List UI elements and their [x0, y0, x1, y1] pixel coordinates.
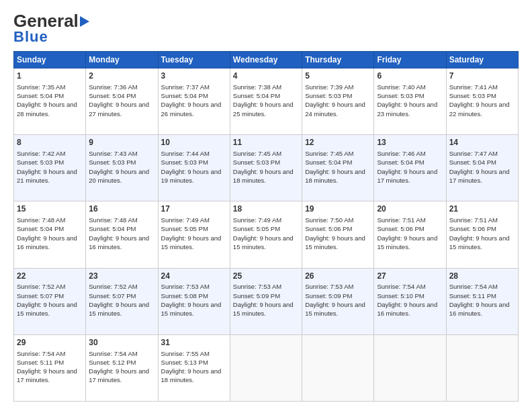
logo-blue-text: Blue: [13, 30, 89, 44]
calendar-cell: 12Sunrise: 7:45 AMSunset: 5:04 PMDayligh…: [302, 135, 374, 201]
day-number: 13: [377, 137, 443, 148]
day-number: 26: [305, 271, 371, 282]
sunrise-text: Sunrise: 7:51 AM: [449, 216, 515, 224]
day-number: 11: [233, 137, 299, 148]
daylight-text: Daylight: 9 hours and 27 minutes.: [89, 100, 154, 118]
day-number: 6: [377, 71, 443, 82]
sunrise-text: Sunrise: 7:46 AM: [377, 149, 443, 158]
calendar-week-row: 8Sunrise: 7:42 AMSunset: 5:03 PMDaylight…: [14, 135, 519, 201]
calendar-cell: 28Sunrise: 7:54 AMSunset: 5:11 PMDayligh…: [446, 268, 518, 334]
calendar-cell: 10Sunrise: 7:44 AMSunset: 5:03 PMDayligh…: [158, 135, 230, 201]
sunset-text: Sunset: 5:06 PM: [377, 224, 443, 233]
sunrise-text: Sunrise: 7:52 AM: [89, 282, 154, 291]
day-number: 8: [17, 137, 83, 148]
page: General Blue SundayMondayTuesdayWednesda…: [0, 0, 532, 411]
daylight-text: Daylight: 9 hours and 18 minutes.: [233, 167, 299, 185]
daylight-text: Daylight: 9 hours and 22 minutes.: [449, 100, 515, 118]
daylight-text: Daylight: 9 hours and 28 minutes.: [17, 100, 83, 118]
sunset-text: Sunset: 5:04 PM: [377, 158, 443, 167]
sunset-text: Sunset: 5:06 PM: [449, 224, 515, 233]
sunset-text: Sunset: 5:04 PM: [305, 158, 371, 167]
day-number: 18: [233, 203, 299, 215]
daylight-text: Daylight: 9 hours and 19 minutes.: [161, 167, 227, 185]
day-number: 21: [449, 203, 515, 215]
day-number: 12: [305, 137, 371, 148]
calendar-cell: 5Sunrise: 7:39 AMSunset: 5:03 PMDaylight…: [302, 68, 374, 135]
calendar-cell: 16Sunrise: 7:48 AMSunset: 5:04 PMDayligh…: [86, 201, 158, 268]
calendar-cell: 21Sunrise: 7:51 AMSunset: 5:06 PMDayligh…: [446, 201, 518, 268]
sunset-text: Sunset: 5:13 PM: [161, 358, 227, 367]
logo-arrow-icon: [80, 16, 89, 27]
daylight-text: Daylight: 9 hours and 15 minutes.: [377, 234, 443, 252]
day-number: 25: [233, 271, 299, 282]
daylight-text: Daylight: 9 hours and 18 minutes.: [161, 367, 227, 385]
calendar-cell: 19Sunrise: 7:50 AMSunset: 5:06 PMDayligh…: [302, 201, 374, 268]
weekday-header: Friday: [374, 52, 446, 68]
day-number: 27: [377, 271, 443, 282]
day-number: 10: [161, 137, 227, 148]
calendar-cell: 31Sunrise: 7:55 AMSunset: 5:13 PMDayligh…: [158, 334, 230, 401]
daylight-text: Daylight: 9 hours and 15 minutes.: [449, 234, 515, 252]
sunset-text: Sunset: 5:07 PM: [17, 291, 83, 300]
day-number: 31: [161, 337, 227, 349]
calendar-cell: 20Sunrise: 7:51 AMSunset: 5:06 PMDayligh…: [374, 201, 446, 268]
daylight-text: Daylight: 9 hours and 16 minutes.: [17, 234, 83, 252]
sunset-text: Sunset: 5:03 PM: [305, 91, 371, 100]
calendar-cell: 22Sunrise: 7:52 AMSunset: 5:07 PMDayligh…: [14, 268, 86, 334]
calendar-cell: 11Sunrise: 7:45 AMSunset: 5:03 PMDayligh…: [230, 135, 302, 201]
sunrise-text: Sunrise: 7:55 AM: [161, 349, 227, 358]
sunrise-text: Sunrise: 7:54 AM: [89, 349, 154, 358]
daylight-text: Daylight: 9 hours and 15 minutes.: [17, 300, 83, 318]
sunrise-text: Sunrise: 7:54 AM: [17, 349, 83, 358]
calendar-cell: 1Sunrise: 7:35 AMSunset: 5:04 PMDaylight…: [14, 68, 86, 135]
sunrise-text: Sunrise: 7:45 AM: [305, 149, 371, 158]
sunrise-text: Sunrise: 7:38 AM: [233, 83, 299, 91]
calendar-cell: 6Sunrise: 7:40 AMSunset: 5:03 PMDaylight…: [374, 68, 446, 135]
sunrise-text: Sunrise: 7:37 AM: [161, 83, 227, 91]
daylight-text: Daylight: 9 hours and 25 minutes.: [233, 100, 299, 118]
daylight-text: Daylight: 9 hours and 16 minutes.: [377, 300, 443, 318]
sunset-text: Sunset: 5:10 PM: [377, 291, 443, 300]
day-number: 30: [89, 337, 154, 349]
day-number: 14: [449, 137, 515, 148]
daylight-text: Daylight: 9 hours and 15 minutes.: [233, 300, 299, 318]
calendar-week-row: 22Sunrise: 7:52 AMSunset: 5:07 PMDayligh…: [14, 268, 519, 334]
sunset-text: Sunset: 5:04 PM: [89, 224, 154, 233]
calendar-week-row: 29Sunrise: 7:54 AMSunset: 5:11 PMDayligh…: [14, 334, 519, 401]
sunset-text: Sunset: 5:03 PM: [233, 158, 299, 167]
daylight-text: Daylight: 9 hours and 15 minutes.: [305, 300, 371, 318]
calendar-cell: 7Sunrise: 7:41 AMSunset: 5:03 PMDaylight…: [446, 68, 518, 135]
sunrise-text: Sunrise: 7:35 AM: [17, 83, 83, 91]
day-number: 15: [17, 203, 83, 215]
calendar-cell: 13Sunrise: 7:46 AMSunset: 5:04 PMDayligh…: [374, 135, 446, 201]
calendar-cell: 18Sunrise: 7:49 AMSunset: 5:05 PMDayligh…: [230, 201, 302, 268]
day-number: 2: [89, 71, 154, 82]
sunrise-text: Sunrise: 7:53 AM: [233, 282, 299, 291]
sunset-text: Sunset: 5:07 PM: [89, 291, 154, 300]
sunrise-text: Sunrise: 7:48 AM: [89, 216, 154, 224]
sunrise-text: Sunrise: 7:50 AM: [305, 216, 371, 224]
logo-general-text: General: [13, 12, 79, 30]
daylight-text: Daylight: 9 hours and 15 minutes.: [89, 300, 154, 318]
day-number: 24: [161, 271, 227, 282]
daylight-text: Daylight: 9 hours and 15 minutes.: [305, 234, 371, 252]
sunset-text: Sunset: 5:05 PM: [233, 224, 299, 233]
daylight-text: Daylight: 9 hours and 15 minutes.: [233, 234, 299, 252]
day-number: 17: [161, 203, 227, 215]
sunrise-text: Sunrise: 7:41 AM: [449, 83, 515, 91]
calendar-cell: 9Sunrise: 7:43 AMSunset: 5:03 PMDaylight…: [86, 135, 158, 201]
daylight-text: Daylight: 9 hours and 17 minutes.: [449, 167, 515, 185]
sunset-text: Sunset: 5:11 PM: [449, 291, 515, 300]
sunrise-text: Sunrise: 7:43 AM: [89, 149, 154, 158]
calendar-table: SundayMondayTuesdayWednesdayThursdayFrid…: [13, 51, 519, 402]
daylight-text: Daylight: 9 hours and 23 minutes.: [377, 100, 443, 118]
daylight-text: Daylight: 9 hours and 17 minutes.: [17, 367, 83, 385]
sunset-text: Sunset: 5:04 PM: [89, 91, 154, 100]
sunset-text: Sunset: 5:08 PM: [161, 291, 227, 300]
daylight-text: Daylight: 9 hours and 24 minutes.: [305, 100, 371, 118]
sunrise-text: Sunrise: 7:54 AM: [377, 282, 443, 291]
calendar-cell: [446, 334, 518, 401]
weekday-header: Saturday: [446, 52, 518, 68]
calendar-cell: 3Sunrise: 7:37 AMSunset: 5:04 PMDaylight…: [158, 68, 230, 135]
weekday-header: Sunday: [14, 52, 86, 68]
